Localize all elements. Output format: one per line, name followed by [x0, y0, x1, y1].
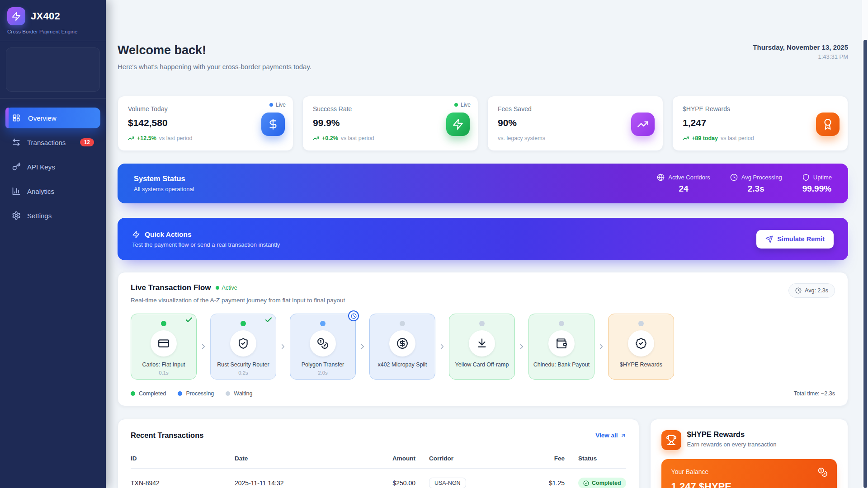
live-dot — [269, 103, 273, 107]
page-header: Welcome back! Here's what's happening wi… — [118, 43, 848, 70]
stat-value: $142,580 — [128, 117, 283, 128]
sidebar: JX402 Cross Border Payment Engine Overvi… — [0, 0, 106, 488]
rewards-subtitle: Earn rewards on every transaction — [687, 441, 777, 448]
recent-transactions-card: Recent Transactions View all ID Date Amo… — [118, 419, 639, 488]
page-scrollbar[interactable] — [862, 0, 868, 488]
balance-value: 1,247 $HYPE — [671, 481, 827, 488]
column-header-fee: Fee — [515, 455, 565, 462]
step-status-dot — [241, 321, 246, 326]
flow-active-label: Active — [222, 285, 237, 291]
globe-icon — [657, 174, 665, 181]
circle-check-icon — [583, 480, 589, 486]
live-label: Live — [461, 102, 471, 108]
flow-step-fiat-input[interactable]: Carlos: Fiat Input 0.1s — [131, 314, 197, 380]
live-indicator: Live — [269, 102, 286, 108]
simulate-remit-button[interactable]: Simulate Remit — [756, 230, 834, 249]
step-name: Chinedu: Bank Payout — [533, 361, 590, 368]
step-name: x402 Micropay Split — [377, 361, 427, 368]
flow-step-micropay-split[interactable]: x402 Micropay Split — [369, 314, 435, 380]
view-all-link[interactable]: View all — [595, 432, 626, 439]
coins-icon — [310, 330, 336, 357]
live-indicator: Live — [454, 102, 471, 108]
sidebar-item-label: Transactions — [27, 139, 66, 146]
trophy-icon — [661, 430, 681, 450]
status-stat-value: 2.3s — [730, 184, 782, 194]
status-stat-label: Avg Processing — [741, 174, 782, 181]
dashboard-grid-icon — [12, 113, 21, 122]
trending-up-icon — [313, 135, 319, 141]
rewards-title: $HYPE Rewards — [687, 430, 777, 439]
stat-value: 99.9% — [313, 117, 468, 128]
table-row[interactable]: TXN-8942 2025-11-11 14:32 $250.00 USA-NG… — [131, 469, 626, 488]
brand: JX402 Cross Border Payment Engine — [0, 0, 106, 41]
swap-arrows-icon — [12, 138, 21, 147]
avg-processing-label: Avg: 2.3s — [805, 287, 828, 294]
flow-step-bank-payout[interactable]: Chinedu: Bank Payout — [528, 314, 594, 380]
stat-trend-value: +89 today — [692, 135, 718, 141]
circle-dollar-icon — [389, 330, 415, 357]
check-icon — [185, 316, 193, 324]
send-icon — [765, 235, 773, 243]
sidebar-item-label: Overview — [28, 114, 57, 122]
quick-actions-subtitle: Test the payment flow or send a real tra… — [132, 241, 280, 248]
clock-badge-icon — [348, 310, 359, 321]
legend-waiting: Waiting — [226, 390, 252, 397]
sidebar-item-transactions[interactable]: Transactions 12 — [5, 132, 100, 153]
flow-step-offramp[interactable]: Yellow Card Off-ramp — [449, 314, 515, 380]
step-name: Rust Security Router — [217, 361, 269, 368]
tx-date: 2025-11-11 14:32 — [235, 479, 332, 487]
stat-trend-note: vs last period — [721, 135, 754, 141]
legend-dot — [226, 391, 230, 396]
shield-check-icon — [230, 330, 256, 357]
sidebar-item-settings[interactable]: Settings — [5, 205, 100, 226]
sidebar-item-analytics[interactable]: Analytics — [5, 181, 100, 202]
stat-card-fees-saved: Fees Saved 90% vs. legacy systems — [487, 96, 663, 151]
recent-transactions-title: Recent Transactions — [131, 431, 203, 440]
coins-icon — [818, 467, 828, 477]
flow-step-security-router[interactable]: Rust Security Router 0.2s — [210, 314, 276, 380]
bar-chart-icon — [12, 187, 21, 196]
chevron-right-icon — [359, 343, 367, 351]
step-status-dot — [479, 321, 485, 326]
flow-step-polygon-transfer[interactable]: Polygon Transfer 2.0s — [290, 314, 356, 380]
legend-label: Waiting — [234, 390, 252, 397]
sidebar-item-api-keys[interactable]: API Keys — [5, 156, 100, 177]
zap-icon — [446, 113, 470, 136]
system-status-banner: System Status All systems operational Ac… — [118, 164, 848, 203]
avg-processing-pill: Avg: 2.3s — [788, 283, 835, 298]
credit-card-icon — [151, 330, 177, 357]
active-dot — [216, 286, 219, 290]
step-time: 2.0s — [318, 370, 328, 376]
status-stat-value: 99.99% — [802, 184, 832, 194]
step-status-dot — [559, 321, 564, 326]
stat-label: $HYPE Rewards — [683, 105, 838, 113]
sidebar-item-overview[interactable]: Overview — [5, 108, 100, 128]
column-header-amount: Amount — [332, 455, 415, 462]
stat-label: Volume Today — [128, 105, 283, 113]
stat-trend-note: vs last period — [341, 135, 374, 141]
legend-processing: Processing — [178, 390, 214, 397]
step-name: Carlos: Fiat Input — [142, 361, 185, 368]
scrollbar-thumb[interactable] — [863, 40, 867, 488]
clock-icon — [795, 287, 802, 294]
status-stat-corridors: Active Corridors 24 — [657, 174, 710, 194]
system-status-title: System Status — [134, 174, 194, 183]
stat-value: 90% — [498, 117, 653, 128]
flow-active-tag: Active — [216, 285, 237, 291]
current-date: Thursday, November 13, 2025 — [753, 43, 848, 51]
corridor-badge: USA-NGN — [429, 478, 466, 488]
legend-dot — [178, 391, 182, 396]
clock-icon — [730, 174, 738, 181]
status-stat-processing: Avg Processing 2.3s — [730, 174, 782, 194]
live-dot — [454, 103, 458, 107]
stat-trend-value: +12.5% — [137, 135, 156, 141]
step-status-dot — [638, 321, 644, 326]
step-status-dot — [400, 321, 405, 326]
zap-icon — [132, 230, 140, 239]
balance-label: Your Balance — [671, 468, 827, 475]
legend-label: Processing — [186, 390, 214, 397]
sidebar-item-label: API Keys — [27, 163, 55, 171]
key-icon — [12, 162, 21, 171]
flow-legend: Completed Processing Waiting — [131, 390, 253, 397]
flow-step-hype-rewards[interactable]: $HYPE Rewards — [608, 314, 674, 380]
